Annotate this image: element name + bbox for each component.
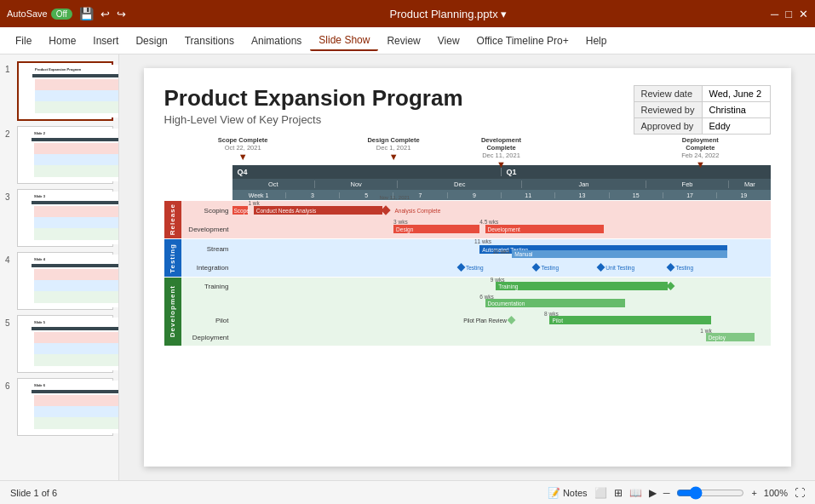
save-icon[interactable]: 💾	[79, 7, 94, 20]
menu-home[interactable]: Home	[40, 32, 84, 50]
menu-review[interactable]: Review	[378, 32, 428, 50]
slide-thumb-5[interactable]: Slide 5	[17, 315, 113, 373]
row-release-dev-label: Development	[181, 226, 232, 233]
bar-pilot: Pilot	[549, 316, 711, 324]
integration-testing-1: Testing	[458, 265, 484, 271]
menu-design[interactable]: Design	[127, 32, 175, 50]
diamond-analysis	[382, 205, 391, 215]
info-approver-label: Approved by	[634, 118, 702, 135]
week-3: 3	[286, 192, 340, 198]
month-mar: Mar	[729, 180, 770, 188]
slide-canvas: Review date Wed, June 2 Reviewed by Chri…	[144, 68, 791, 467]
row-training-label: Training	[181, 283, 232, 290]
row-documentation: 6 wks Documentation	[181, 295, 771, 312]
bar-scope: Scope	[232, 206, 249, 215]
view-grid-icon[interactable]: ⊞	[614, 487, 623, 499]
bar-needs-analysis: Conduct Needs Analysis	[254, 206, 383, 215]
row-pilot-label: Pilot	[181, 317, 232, 324]
row-stream: Stream 11 wks Automated Testing 10 wks M…	[181, 239, 771, 258]
view-reading-icon[interactable]: 📖	[629, 487, 642, 499]
section-release-label: Release	[169, 203, 176, 235]
autosave-label: AutoSave	[7, 9, 48, 19]
info-review-label: Review date	[634, 86, 702, 102]
slide-thumb-3[interactable]: Slide 3	[17, 189, 113, 247]
autosave-badge[interactable]: Off	[51, 9, 72, 20]
scope-badge: 1 wk	[248, 200, 259, 206]
slide-thumb-inner-4: Slide 4	[32, 255, 119, 307]
document-title: Product Planning.pptx ▾	[133, 8, 764, 20]
row-training: Training 9 wks Training	[181, 278, 771, 295]
zoom-slider[interactable]	[676, 486, 744, 500]
diamond-training-end	[667, 282, 675, 290]
row-pilot: Pilot Pilot Plan Review 8 wks Pilot	[181, 312, 771, 329]
row-deployment: Deployment 1 wk Deploy	[181, 329, 771, 346]
diamond-unit-testing	[597, 263, 606, 272]
menu-insert[interactable]: Insert	[84, 32, 127, 50]
diamond-testing-1	[456, 263, 465, 272]
slide-thumb-6[interactable]: Slide 6	[17, 378, 113, 436]
pilot-plan-review: Pilot Plan Review	[463, 318, 514, 324]
bar-development-release: Development	[485, 225, 604, 233]
info-approver-value: Eddy	[702, 118, 770, 135]
integration-testing-4: Testing	[668, 265, 693, 271]
redo-icon[interactable]: ↪	[117, 8, 126, 20]
section-development-label: Development	[169, 285, 176, 337]
week-17: 17	[663, 192, 717, 198]
integration-testing-2: Testing	[533, 265, 559, 271]
fit-slide-icon[interactable]: ⛶	[795, 487, 805, 499]
menu-view[interactable]: View	[429, 32, 468, 50]
slide-thumb-4[interactable]: Slide 4	[17, 252, 113, 310]
month-feb: Feb	[646, 180, 729, 188]
bar-deploy: Deploy	[706, 333, 755, 341]
slide-num-4: 4	[5, 255, 10, 265]
week-9: 9	[448, 192, 502, 198]
section-testing: Testing Stream 11 wks Automated Testing	[164, 239, 771, 277]
autosave-area: AutoSave Off	[7, 9, 72, 20]
slide-num-3: 3	[5, 192, 10, 202]
week-13: 13	[555, 192, 609, 198]
info-reviewer-label: Reviewed by	[634, 102, 702, 118]
slide-thumb-2[interactable]: Slide 2	[17, 126, 113, 184]
info-reviewer-value: Christina	[702, 102, 770, 118]
menu-file[interactable]: File	[7, 32, 40, 50]
menu-animations[interactable]: Animations	[243, 32, 310, 50]
statusbar-left: Slide 1 of 6	[10, 488, 57, 498]
row-integration-label: Integration	[181, 264, 232, 272]
slide-info: Slide 1 of 6	[10, 488, 57, 498]
slide-panel: 1Product Expansion Program2Slide 23Slide…	[0, 54, 119, 480]
minimize-icon[interactable]: ─	[771, 8, 778, 20]
week-1: Week 1	[232, 192, 286, 198]
week-15: 15	[610, 192, 663, 198]
menu-officetimeline[interactable]: Office Timeline Pro+	[468, 32, 577, 50]
slide-num-5: 5	[5, 318, 10, 328]
notes-button[interactable]: 📝 Notes	[548, 487, 588, 499]
view-normal-icon[interactable]: ⬜	[594, 487, 607, 499]
undo-icon[interactable]: ↩	[100, 8, 110, 20]
window-controls: ─ □ ✕	[771, 8, 808, 20]
diamond-testing-4	[667, 263, 675, 272]
menu-help[interactable]: Help	[577, 32, 616, 50]
close-icon[interactable]: ✕	[799, 8, 808, 20]
info-table: Review date Wed, June 2 Reviewed by Chri…	[634, 85, 771, 135]
diamond-pilot-review	[507, 316, 515, 324]
slide-num-1: 1	[5, 65, 10, 74]
menu-slideshow[interactable]: Slide Show	[310, 31, 378, 51]
maximize-icon[interactable]: □	[785, 8, 792, 20]
slide-thumb-1[interactable]: Product Expansion Program	[17, 61, 113, 121]
statusbar-right: 📝 Notes ⬜ ⊞ 📖 ▶ ─ + 100% ⛶	[548, 486, 805, 500]
title-bar: AutoSave Off 💾 ↩ ↪ Product Planning.pptx…	[0, 0, 815, 27]
view-slideshow-icon[interactable]: ▶	[649, 487, 657, 499]
notes-icon: 📝	[548, 487, 560, 499]
menu-bar: File Home Insert Design Transitions Anim…	[0, 27, 815, 54]
month-jan: Jan	[522, 180, 646, 188]
menu-transitions[interactable]: Transitions	[176, 32, 243, 50]
section-testing-label: Testing	[169, 243, 176, 273]
row-release-development: Development 3 wks Design 4.5 wks Develop…	[181, 220, 771, 238]
zoom-in-icon[interactable]: +	[751, 488, 756, 498]
zoom-out-icon[interactable]: ─	[663, 488, 670, 498]
slide-thumb-inner-2: Slide 2	[32, 129, 119, 181]
info-review-value: Wed, June 2	[702, 86, 770, 102]
diamond-testing-2	[532, 263, 541, 272]
bar-analysis-complete: Nov 11, 2021 Analysis Complete	[382, 207, 440, 214]
section-development: Development Training 9 wks Training	[164, 278, 771, 346]
